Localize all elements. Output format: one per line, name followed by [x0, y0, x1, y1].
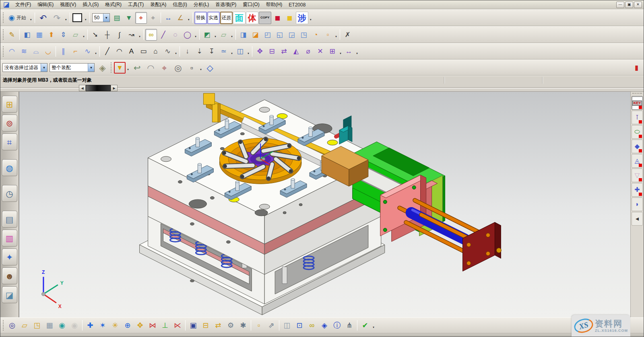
wcs-dynamics-button[interactable]: ⌖ [147, 12, 159, 24]
plane-button[interactable]: ▱ [218, 29, 229, 41]
curve-fillet-button[interactable]: ∫ [114, 29, 125, 41]
menu-format[interactable]: 格式(R) [102, 0, 125, 9]
filter-dropdown[interactable]: ▾ [126, 62, 130, 73]
menu-window[interactable]: 窗口(O) [239, 0, 262, 9]
delete-blend-button[interactable]: ◭ [290, 45, 302, 57]
menu-help[interactable]: 帮助(H) [263, 0, 286, 9]
palette-button[interactable]: ▤ [2, 211, 17, 228]
make-unique-button[interactable]: ⚙ [225, 319, 237, 331]
menu-analysis[interactable]: 分析(L) [190, 0, 213, 9]
studio-spline-button[interactable]: ∿ [162, 45, 173, 57]
swept-surface-button[interactable]: ◡ [42, 45, 54, 57]
materials-button[interactable]: ▥ [2, 230, 17, 247]
resize-blend-button[interactable]: ⌀ [302, 45, 314, 57]
surface-toolbar-grip[interactable] [3, 46, 4, 57]
new-component-button[interactable]: ✶ [97, 319, 109, 331]
feature-toolbar-grip[interactable] [3, 29, 4, 40]
derived-curve-dropdown[interactable]: ▾ [230, 46, 234, 57]
restore-selection-button[interactable]: ↩ [130, 62, 144, 74]
menu-view[interactable]: 视图(V) [57, 0, 79, 9]
bend-sheet-button[interactable]: ◪ [250, 29, 261, 41]
sketch-button[interactable]: ✎ [6, 29, 18, 41]
component-outline-button[interactable]: ◳ [31, 319, 43, 331]
menu-edit[interactable]: 编辑(E) [34, 0, 57, 9]
translucency-button[interactable]: 实透 [207, 12, 220, 24]
open-component-button[interactable]: ▱ [19, 319, 31, 331]
undo-button[interactable]: ↶ [37, 12, 50, 24]
body-display-button[interactable]: 体 [246, 12, 258, 24]
history-button[interactable]: ◷ [2, 185, 17, 202]
datum-plane-button[interactable]: ▱ [70, 29, 81, 41]
project-curve-button[interactable]: ↓ [182, 45, 193, 57]
rail-collapse-arrow[interactable]: ◂ [632, 212, 643, 226]
surface-dropdown[interactable]: ▾ [94, 46, 98, 57]
mold-rail-grip[interactable] [632, 93, 642, 95]
roles-button[interactable]: ☻ [2, 267, 17, 284]
close-button[interactable]: ✕ [634, 2, 642, 8]
point-dropdown[interactable]: ▾ [213, 29, 217, 40]
wcs-display-button[interactable]: ⌖ [135, 12, 147, 24]
assembly-sequence-button[interactable]: ✔ [359, 319, 371, 331]
snapshot-button[interactable]: ◉ [56, 319, 68, 331]
scroll-right-button[interactable]: ▶ [111, 85, 118, 91]
constraint-navigator-button[interactable]: ⊚ [2, 115, 17, 132]
measure-dropdown[interactable]: ▾ [187, 12, 191, 23]
display-dropdown[interactable]: ▾ [309, 12, 313, 23]
assembly-constraints-button[interactable]: ⋈ [147, 319, 159, 331]
measure-distance-button[interactable]: ↔ [163, 12, 174, 24]
selection-filter-select[interactable]: 没有选择过滤器▼ [2, 63, 47, 72]
pull-face-button[interactable]: ⊟ [266, 45, 278, 57]
work-layer-combo[interactable]: 50▼ [92, 13, 110, 22]
ghost-components-button[interactable]: ▦ [43, 319, 56, 331]
menu-tools[interactable]: 工具(T) [125, 0, 147, 9]
resize-dropdown[interactable]: ▾ [355, 46, 359, 57]
delete-face-button[interactable]: ✕ [314, 45, 326, 57]
graphics-viewport[interactable]: Z Y X [19, 92, 630, 317]
dome-button[interactable]: ◔ [310, 29, 322, 41]
through-curve-mesh-button[interactable]: ≋ [18, 45, 30, 57]
deform-component-button[interactable]: ▫ [253, 319, 265, 331]
interference-check-button[interactable]: 涉 [296, 12, 308, 24]
combine-projection-button[interactable]: ⇣ [194, 45, 205, 57]
line-button[interactable]: ╱ [157, 29, 169, 41]
highlight-crosshair-button[interactable]: ⌖ [158, 62, 171, 74]
split-body-button[interactable]: ◰ [262, 29, 273, 41]
find-component-button[interactable]: ◎ [6, 319, 18, 331]
wrap-curve-button[interactable]: ◫ [234, 45, 246, 57]
restore-display-button[interactable]: 还原 [220, 12, 233, 24]
face-display-button[interactable]: 面 [233, 12, 246, 24]
move-component-button[interactable]: ✥ [134, 319, 146, 331]
join-curve-button[interactable]: ∞ [145, 29, 157, 41]
wave-geometry-linker-button[interactable]: ◈ [318, 319, 330, 331]
start-button[interactable]: ◉开始 [6, 12, 29, 24]
resize-face-button[interactable]: ↔ [343, 45, 355, 57]
find-object-button[interactable]: ◎ [171, 62, 185, 74]
remember-position-button[interactable]: ▣ [187, 319, 199, 331]
divide-curve-button[interactable]: ┼ [101, 29, 113, 41]
arc-curve-button[interactable]: ◠ [114, 45, 125, 57]
assembly-toolbar-grip[interactable] [3, 320, 4, 331]
snapshot-disabled-button[interactable]: ◉ [68, 319, 80, 331]
web-browser-button[interactable]: ◍ [2, 159, 17, 176]
text-curve-button[interactable]: A [126, 45, 137, 57]
add-component-button[interactable]: ✚ [84, 319, 96, 331]
section-curve-button[interactable]: ≃ [218, 45, 229, 57]
ruled-surface-button[interactable]: ◠ [6, 45, 18, 57]
menu-preferences[interactable]: 首选项(P) [212, 0, 239, 9]
extrude-sheet-button[interactable]: ⬆ [45, 29, 57, 41]
suppression-button[interactable]: ✱ [237, 319, 249, 331]
plate-library-button[interactable]: ◬ [632, 154, 643, 168]
assembly-dropdown[interactable]: ▾ [372, 320, 376, 331]
fitting-library-button[interactable]: ✚ [632, 183, 643, 197]
dock-red-button[interactable]: ▮ [631, 62, 642, 74]
rectangle-button[interactable]: ▭ [138, 45, 149, 57]
hole-button[interactable]: ◳ [298, 29, 310, 41]
bend-surface-button[interactable]: ∿ [82, 45, 93, 57]
scenery-button[interactable]: ◪ [2, 286, 17, 303]
arc-point-button[interactable]: ◌ [169, 29, 181, 41]
dimension-constraint-button[interactable]: ✗ [342, 29, 353, 41]
point-set-button[interactable]: ◩ [201, 29, 213, 41]
general-selection-filter-button[interactable]: ▼ [114, 62, 126, 74]
wrap-dropdown[interactable]: ▾ [246, 46, 250, 57]
menu-information[interactable]: 信息(I) [169, 0, 190, 9]
